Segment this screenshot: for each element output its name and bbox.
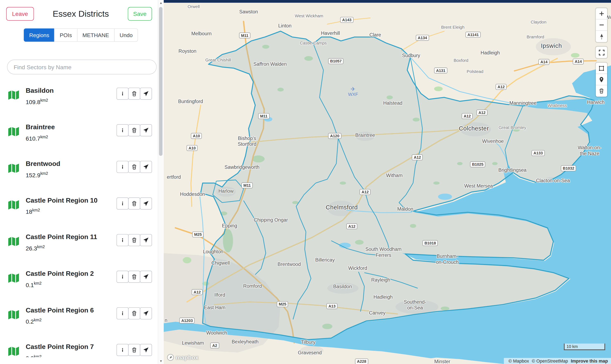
scrollbar-thumb[interactable] (159, 7, 162, 156)
region-row[interactable]: Castle Point Region 20.1km2 (0, 268, 164, 304)
road-shield: A12 (360, 189, 371, 195)
info-button[interactable] (117, 344, 129, 356)
tab-regions[interactable]: Regions (24, 28, 55, 42)
info-button[interactable] (117, 88, 129, 100)
fullscreen-button[interactable] (596, 47, 607, 58)
navigate-button[interactable] (140, 344, 152, 356)
compass-button[interactable] (596, 31, 607, 42)
navigate-button[interactable] (140, 271, 152, 283)
region-map-icon (8, 162, 20, 174)
navigate-button[interactable] (140, 197, 152, 210)
map-label: Hoddesdon (180, 192, 205, 197)
map-label: Chelmsford (326, 204, 358, 211)
control-group (596, 8, 607, 42)
scroll-up-icon[interactable]: ▲ (158, 1, 163, 5)
delete-button[interactable] (128, 124, 140, 136)
road-shield: A12 (477, 110, 488, 116)
navigate-button[interactable] (140, 124, 152, 136)
map-label: Boxford (454, 58, 468, 63)
delete-button[interactable] (128, 197, 140, 210)
region-row[interactable]: Castle Point Region 1126.3km2 (0, 231, 164, 268)
map-label: n (165, 318, 167, 323)
sidebar-scrollbar[interactable]: ▲ ▼ (158, 0, 163, 364)
map-label: Witham (386, 173, 402, 179)
mapbox-logo-text: mapbox (176, 354, 199, 361)
mapbox-attrib-link[interactable]: © Mapbox (508, 359, 529, 363)
region-actions (117, 124, 152, 136)
info-button[interactable] (117, 271, 129, 283)
map-label: Harlow (218, 188, 234, 194)
control-group (596, 63, 607, 96)
map-canvas[interactable]: OrwellSawstonWest WickhamLintonHaverhill… (164, 0, 611, 364)
info-button[interactable] (117, 307, 129, 319)
mapbox-logo[interactable]: mapbox (167, 354, 199, 361)
map-label: Melbourn (191, 31, 212, 37)
zoom-in-button[interactable] (596, 8, 607, 20)
save-button[interactable]: Save (128, 7, 152, 21)
navigate-button[interactable] (140, 88, 152, 100)
navigate-button[interactable] (140, 234, 152, 246)
map-label: Maldon (397, 206, 413, 212)
region-map-icon (8, 126, 20, 137)
region-row[interactable]: Castle Point Region 1018km2 (0, 194, 164, 231)
region-row[interactable]: Basildon109.8km2 (0, 85, 164, 121)
road-shield: A14 (573, 59, 584, 64)
zoom-out-button[interactable] (596, 19, 607, 31)
map-label: Manningtree (509, 100, 536, 106)
info-button[interactable] (117, 161, 129, 173)
road-shield: A12 (495, 84, 507, 90)
map-label: Lewisham (182, 340, 204, 346)
plane-icon: ✈ (348, 87, 358, 92)
search-input[interactable] (7, 60, 157, 74)
map-label: Orwell (188, 4, 200, 9)
tab-undo[interactable]: Undo (114, 28, 138, 42)
map-label: Burnham- on-Crouch (436, 254, 459, 265)
map-label: Claydon (531, 20, 546, 25)
map-label: Clare (370, 32, 381, 38)
map-label: Walton-on- the Naze (578, 145, 601, 156)
region-row[interactable]: Castle Point Region 70.3km2 (0, 341, 164, 357)
leave-button[interactable]: Leave (6, 7, 34, 21)
airport-marker: ✈ WXF (348, 87, 358, 97)
region-map-icon (8, 345, 20, 357)
info-button[interactable] (117, 234, 129, 246)
road-shield: B1018 (423, 240, 438, 246)
navigate-button[interactable] (140, 307, 152, 319)
page-title: Essex Districts (53, 9, 109, 19)
draw-marker-button[interactable] (596, 74, 607, 85)
region-row[interactable]: Castle Point Region 60.2km2 (0, 304, 164, 341)
delete-button[interactable] (128, 307, 140, 319)
osm-attrib-link[interactable]: © OpenStreetMap (532, 359, 568, 363)
improve-map-link[interactable]: Improve this map (571, 359, 608, 363)
map-label: Sawston (239, 9, 258, 15)
tab-pois[interactable]: POIs (54, 28, 77, 42)
map-label: Tilbury (301, 339, 316, 345)
region-list: Basildon109.8km2Braintree610.7km2Brentwo… (0, 85, 164, 357)
map-label: Colchester (459, 125, 489, 132)
region-actions (117, 197, 152, 210)
info-button[interactable] (117, 197, 129, 210)
map-label: Romford (243, 283, 262, 289)
road-shield: A120 (328, 133, 341, 139)
delete-button[interactable] (128, 271, 140, 283)
delete-button[interactable] (128, 161, 140, 173)
delete-button[interactable] (128, 344, 140, 356)
road-shield: A12 (462, 113, 473, 119)
map-label: East Ham (204, 305, 226, 311)
draw-trash-button[interactable] (596, 85, 607, 97)
delete-button[interactable] (128, 88, 140, 100)
region-row[interactable]: Brentwood152.9km2 (0, 158, 164, 194)
map-label: Brent Eleigh (441, 25, 465, 30)
tab-bar: RegionsPOIsMETHANEUndo (24, 28, 164, 42)
delete-button[interactable] (128, 234, 140, 246)
navigate-button[interactable] (140, 161, 152, 173)
road-shield: M25 (277, 301, 288, 307)
tab-methane[interactable]: METHANE (77, 28, 114, 42)
scroll-down-icon[interactable]: ▼ (158, 360, 163, 363)
map-label: Great Bromley (499, 125, 526, 130)
region-row[interactable]: Braintree610.7km2 (0, 121, 164, 158)
info-button[interactable] (117, 124, 129, 136)
road-shield: B1032 (561, 165, 576, 171)
draw-polygon-button[interactable] (596, 63, 607, 74)
map-label: Polstead (467, 69, 483, 74)
